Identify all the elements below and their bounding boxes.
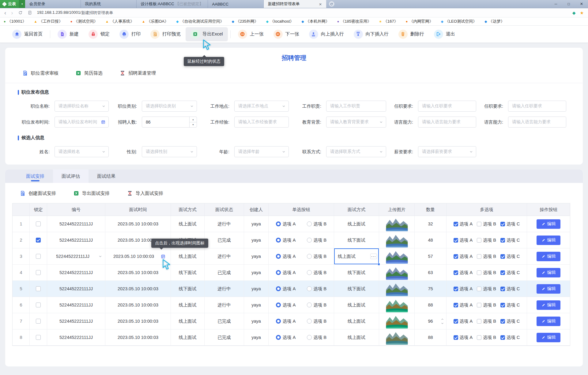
option-checkbox[interactable]: [477, 287, 481, 291]
toolbar-button[interactable]: 删除行: [394, 27, 429, 41]
quantity-stepper[interactable]: [441, 317, 444, 325]
select-field[interactable]: 请选择年龄: [234, 146, 289, 157]
browser-tab[interactable]: 会员登录: [25, 0, 81, 8]
interview-time-cell[interactable]: 2023.05.10 10:00:03: [105, 281, 171, 297]
option-checkbox[interactable]: [454, 254, 458, 259]
cell-options-button[interactable]: ···: [370, 254, 377, 259]
option-checkbox[interactable]: [477, 303, 481, 307]
toolbar-button[interactable]: 导出Excel: [186, 27, 228, 41]
option-checkbox[interactable]: [477, 270, 481, 275]
option-radio[interactable]: [276, 270, 281, 275]
option-radio[interactable]: [276, 238, 281, 243]
url-text[interactable]: 192.168.1.235:88/10001/ 新建招聘管理表单: [37, 10, 113, 16]
interview-time-cell[interactable]: 2023.05.10 10:00:03: [105, 265, 171, 281]
text-input[interactable]: 请输入任职要求: [418, 101, 476, 112]
lock-checkbox[interactable]: [36, 254, 41, 259]
quick-action-button[interactable]: 简历筛选: [75, 70, 103, 76]
option-checkbox[interactable]: [454, 238, 458, 243]
option-checkbox[interactable]: [454, 319, 458, 324]
text-input[interactable]: 请输入工作职责: [326, 101, 386, 112]
toolbar-button[interactable]: 打印预览: [145, 27, 186, 41]
lock-checkbox[interactable]: [36, 238, 41, 243]
minimize-button[interactable]: ─: [549, 0, 562, 8]
option-radio[interactable]: [307, 254, 312, 259]
option-checkbox[interactable]: [500, 319, 505, 324]
bookmark-item[interactable]: ◆《自动化测试应用空间》: [176, 19, 224, 24]
toolbar-button[interactable]: 打印: [115, 27, 145, 41]
option-checkbox[interactable]: [500, 303, 505, 307]
table-action-button[interactable]: 导出面试安排: [73, 190, 110, 196]
text-input[interactable]: 请输入任职要求: [508, 101, 566, 112]
edit-button[interactable]: 编辑: [537, 252, 560, 261]
lock-checkbox[interactable]: [36, 270, 41, 275]
select-field[interactable]: 请输入教育背景要求: [326, 117, 386, 128]
photo-thumbnail[interactable]: [386, 314, 408, 329]
bookmark-item[interactable]: ★《167》: [379, 19, 398, 24]
tab-active[interactable]: 面试安排: [17, 169, 53, 183]
option-radio[interactable]: [307, 270, 312, 275]
text-input[interactable]: 请输入语言能力要求: [418, 117, 476, 128]
option-radio[interactable]: [307, 221, 312, 226]
close-button[interactable]: ×: [575, 0, 588, 8]
photo-thumbnail[interactable]: [386, 217, 408, 231]
bookmark-item[interactable]: ◆《本机外网》: [301, 19, 329, 24]
back-button[interactable]: ‹: [4, 10, 6, 16]
code-cell[interactable]: 522445222111JJ: [47, 265, 105, 281]
select-field[interactable]: 请选择性别: [142, 146, 197, 157]
tab-item[interactable]: 面试结果: [89, 169, 124, 183]
option-checkbox[interactable]: [477, 335, 481, 340]
new-tab-button[interactable]: [329, 1, 334, 7]
table-action-button[interactable]: 导入面试安排: [127, 190, 163, 196]
option-checkbox[interactable]: [500, 335, 505, 340]
edit-button[interactable]: 编辑: [537, 219, 560, 229]
select-field[interactable]: 请选择姓名: [55, 146, 109, 157]
toolbar-button[interactable]: 退出: [429, 27, 460, 41]
select-field[interactable]: 请选择联系方式: [326, 146, 386, 157]
edit-button[interactable]: 编辑: [537, 300, 560, 310]
option-radio[interactable]: [307, 335, 312, 340]
toolbar-button[interactable]: 向下插入行: [349, 27, 394, 41]
forward-button[interactable]: ›: [11, 10, 13, 16]
option-checkbox[interactable]: [477, 319, 481, 324]
option-checkbox[interactable]: [454, 270, 458, 275]
table-action-button[interactable]: 创建面试安排: [20, 190, 56, 196]
edit-button[interactable]: 编辑: [537, 268, 560, 277]
browser-tab[interactable]: 设计模板:AABBCC【已被您锁定】: [137, 0, 208, 8]
app-logo[interactable]: 云表: [0, 0, 19, 8]
interview-time-cell[interactable]: 2023.05.10 10:00:03: [105, 313, 171, 329]
lock-checkbox[interactable]: [36, 335, 41, 340]
code-cell[interactable]: 522445222111JJ: [47, 248, 105, 265]
interview-time-cell[interactable]: 2023.05.10 10:00:03: [105, 216, 171, 232]
edit-button[interactable]: 编辑: [537, 317, 560, 326]
browser-tab[interactable]: 我的系统: [81, 0, 137, 8]
option-checkbox[interactable]: [454, 303, 458, 307]
toolbar-button[interactable]: 锁定: [84, 27, 115, 41]
edit-button[interactable]: 编辑: [537, 236, 560, 245]
favorite-star-icon[interactable]: ★: [580, 10, 584, 15]
tab-close-icon[interactable]: ×: [319, 2, 322, 6]
tab-item[interactable]: 面试评估: [53, 169, 89, 183]
option-checkbox[interactable]: [500, 222, 505, 226]
bookmark-item[interactable]: ◆《达梦》: [484, 19, 504, 24]
maximize-button[interactable]: □: [562, 0, 575, 8]
photo-thumbnail[interactable]: [386, 282, 408, 296]
option-checkbox[interactable]: [500, 238, 505, 243]
interview-time-cell[interactable]: 2023.05.10 10:00:03: [105, 329, 171, 346]
toolbar-button[interactable]: 新建: [53, 27, 84, 41]
option-radio[interactable]: [276, 319, 281, 324]
refresh-icon[interactable]: [18, 10, 23, 15]
bookmark-item[interactable]: ◆《localhost》: [266, 19, 294, 24]
code-cell[interactable]: 522445222111JJ: [47, 281, 105, 297]
bookmark-item[interactable]: ▲《乐图OA》: [142, 19, 168, 24]
interview-time-cell[interactable]: 2023.05.10 10:00:03: [105, 232, 171, 248]
option-radio[interactable]: [276, 303, 281, 307]
browser-tab-active[interactable]: 新建招聘管理表单×: [264, 0, 326, 8]
option-checkbox[interactable]: [454, 222, 458, 226]
option-radio[interactable]: [307, 238, 312, 243]
option-radio[interactable]: [276, 221, 281, 226]
date-field[interactable]: 请输入职位发布时间: [55, 117, 109, 128]
toolbar-button[interactable]: 下一张: [269, 27, 304, 41]
edit-button[interactable]: 编辑: [537, 333, 560, 342]
number-stepper[interactable]: 86▲▼: [142, 117, 197, 128]
lock-checkbox[interactable]: [36, 319, 41, 324]
